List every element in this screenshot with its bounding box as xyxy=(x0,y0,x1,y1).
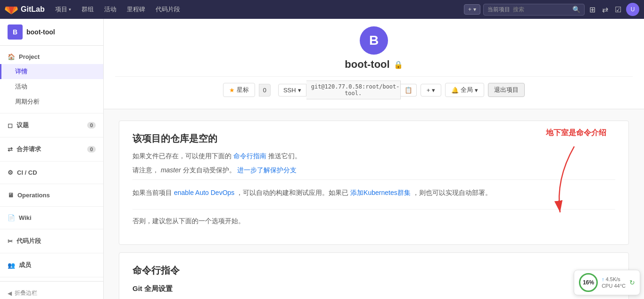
suggest-text: 否则，建议您从下面的一个选项开始。 xyxy=(132,209,615,233)
sidebar-item-activity[interactable]: 活动 xyxy=(0,79,103,94)
copy-url-button[interactable]: 📋 xyxy=(401,84,417,97)
cmd-section: 命令行指令 Git 全局设置 git config --global user.… xyxy=(119,252,629,299)
gitlab-logo-text: GitLab xyxy=(21,5,45,14)
cmd-title: 命令行指令 xyxy=(132,264,615,277)
home-icon: 🏠 xyxy=(8,53,15,60)
ssh-url-display: git@120.77.0.58:root/boot-tool. xyxy=(306,81,401,99)
nav-groups[interactable]: 群组 xyxy=(78,3,98,16)
empty-repo-title: 该项目的仓库是空的 xyxy=(132,132,615,145)
sidebar-snippets-section: ✂ 代码片段 xyxy=(0,229,103,253)
cpu-temp-stat: CPU 44°C xyxy=(602,283,626,289)
sidebar-item-ci[interactable]: ⚙ CI / CD xyxy=(0,165,103,180)
mr-sidebar-icon: ⇄ xyxy=(8,146,13,153)
empty-repo-text1: 如果文件已存在，可以使用下面的 命令行指南 推送它们。 xyxy=(132,151,615,161)
members-sidebar-icon: 👥 xyxy=(8,262,15,269)
sidebar-item-details[interactable]: 详情 xyxy=(0,64,103,79)
ci-sidebar-icon: ⚙ xyxy=(8,169,13,176)
sidebar-members-section: 👥 成员 xyxy=(0,253,103,277)
nav-activity[interactable]: 活动 xyxy=(100,3,120,16)
performance-widget: 16% ↑ 4.5K/s CPU 44°C ↻ xyxy=(574,270,640,295)
issues-sidebar-icon: ◻ xyxy=(8,122,13,129)
exit-project-button[interactable]: 退出项目 xyxy=(488,83,525,97)
sidebar-wiki-section: 📄 Wiki xyxy=(0,207,103,229)
logo[interactable]: GitLab xyxy=(5,3,45,16)
nav-milestones[interactable]: 里程碑 xyxy=(123,3,149,16)
sidebar-section-project[interactable]: 🏠 Project xyxy=(0,49,103,64)
operations-sidebar-icon: 🖥 xyxy=(8,192,14,199)
up-arrow-icon: ↑ xyxy=(602,276,604,282)
annotation-text: 地下室是命令介绍 xyxy=(546,128,606,138)
lock-icon: 🔒 xyxy=(394,60,403,69)
notification-button[interactable]: 🔔 全局 ▾ xyxy=(445,83,484,97)
chevron-down-icon: ▾ xyxy=(475,87,478,94)
cpu-usage-circle: 16% xyxy=(579,273,598,292)
sidebar-project-header: B boot-tool xyxy=(0,19,103,46)
network-speed-stat: ↑ 4.5K/s xyxy=(602,276,626,282)
wiki-sidebar-icon: 📄 xyxy=(8,214,15,221)
nav-snippets[interactable]: 代码片段 xyxy=(152,3,184,16)
search-box[interactable]: 当前项目 🔍 xyxy=(483,4,585,16)
issues-badge: 0 xyxy=(87,122,96,129)
devops-text: 如果当前项目 enable Auto DevOps ，可以自动的构建和测试应用。… xyxy=(132,179,615,205)
protected-branch-link[interactable]: 进一步了解保护分支 xyxy=(237,166,297,174)
sidebar-project-section: 🏠 Project 详情 活动 周期分析 xyxy=(0,46,103,113)
sidebar-issues-section: ◻ 议题 0 xyxy=(0,113,103,137)
chevron-down-icon: ▾ xyxy=(69,7,71,12)
star-button[interactable]: ★ 星标 xyxy=(223,83,255,97)
project-actions-bar: ★ 星标 0 SSH ▾ git@120.77.0.58:root/boot-t… xyxy=(115,76,633,103)
kubernetes-link[interactable]: 添加Kubernetes群集 xyxy=(350,189,411,196)
issues-icon[interactable]: ☑ xyxy=(613,3,623,16)
snippets-sidebar-icon: ✂ xyxy=(8,238,13,245)
sidebar-item-issues[interactable]: ◻ 议题 0 xyxy=(0,117,103,133)
chevron-down-icon: ▾ xyxy=(298,87,301,94)
merge-request-icon[interactable]: ⇄ xyxy=(600,3,610,16)
star-icon: ★ xyxy=(229,87,235,94)
mr-badge: 0 xyxy=(87,146,96,153)
sidebar-item-members[interactable]: 👥 成员 xyxy=(0,257,103,273)
plus-button[interactable]: + ▾ xyxy=(464,4,480,15)
perf-stats: ↑ 4.5K/s CPU 44°C xyxy=(602,276,626,289)
project-top-avatar: B xyxy=(360,26,388,55)
avatar[interactable]: U xyxy=(626,3,639,16)
main-content: B boot-tool 🔒 ★ 星标 0 SSH ▾ git@120.77.0.… xyxy=(104,19,644,299)
sidebar: B boot-tool 🏠 Project 详情 活动 周期分析 ◻ 议题 xyxy=(0,19,104,299)
annotation-arrow-svg xyxy=(546,142,584,217)
gitlab-logo-icon xyxy=(5,3,18,16)
project-top-name: boot-tool 🔒 xyxy=(115,58,633,71)
sidebar-ci-section: ⚙ CI / CD xyxy=(0,162,103,184)
sidebar-collapse[interactable]: ◀ 折叠边栏 xyxy=(0,281,103,299)
cmd-guide-link[interactable]: 命令行指南 xyxy=(233,152,266,160)
sidebar-item-operations[interactable]: 🖥 Operations xyxy=(0,188,103,202)
chevron-down-icon: ▾ xyxy=(473,6,476,13)
sidebar-item-cycles[interactable]: 周期分析 xyxy=(0,94,103,109)
collapse-icon: ◀ xyxy=(8,290,12,297)
add-button[interactable]: + ▾ xyxy=(421,84,442,97)
project-name: boot-tool xyxy=(26,28,55,36)
current-project-label: 当前项目 xyxy=(487,6,510,14)
search-icon: 🔍 xyxy=(572,6,580,13)
cmd-subtitle: Git 全局设置 xyxy=(132,284,615,293)
bell-icon: 🔔 xyxy=(451,87,459,94)
ssh-selector-button[interactable]: SSH ▾ xyxy=(278,84,306,97)
ssh-url-group: SSH ▾ git@120.77.0.58:root/boot-tool. 📋 xyxy=(278,81,417,99)
refresh-icon[interactable]: ↻ xyxy=(629,279,635,286)
nav-right-area: + ▾ 当前项目 🔍 ⊞ ⇄ ☑ U xyxy=(464,3,639,16)
sidebar-item-snippets[interactable]: ✂ 代码片段 xyxy=(0,233,103,249)
content-area: 地下室是命令介绍 该项目的仓库是空的 如果文件已存在，可以使用下面的 命令行指南 xyxy=(104,109,644,299)
top-navigation: GitLab 项目 ▾ 群组 活动 里程碑 代码片段 + ▾ 当前项目 🔍 ⊞ … xyxy=(0,0,644,19)
annotation-overlay: 地下室是命令介绍 xyxy=(546,128,606,218)
sidebar-item-mr[interactable]: ⇄ 合并请求 0 xyxy=(0,141,103,157)
chevron-down-icon: ▾ xyxy=(432,87,435,94)
sidebar-item-wiki[interactable]: 📄 Wiki xyxy=(0,210,103,225)
auto-devops-link[interactable]: enable Auto DevOps xyxy=(174,189,234,196)
star-count: 0 xyxy=(259,84,271,97)
sidebar-operations-section: 🖥 Operations xyxy=(0,184,103,207)
master-branch-text: master xyxy=(161,166,181,174)
dashboard-icon[interactable]: ⊞ xyxy=(587,3,597,16)
project-top-area: B boot-tool 🔒 ★ 星标 0 SSH ▾ git@120.77.0.… xyxy=(104,19,644,109)
search-input[interactable] xyxy=(513,6,570,13)
nav-projects[interactable]: 项目 ▾ xyxy=(51,3,75,16)
empty-repo-note: 请注意， master 分支自动受保护。 进一步了解保护分支 xyxy=(132,165,615,175)
main-layout: B boot-tool 🏠 Project 详情 活动 周期分析 ◻ 议题 xyxy=(0,19,644,299)
project-avatar: B xyxy=(8,24,23,40)
